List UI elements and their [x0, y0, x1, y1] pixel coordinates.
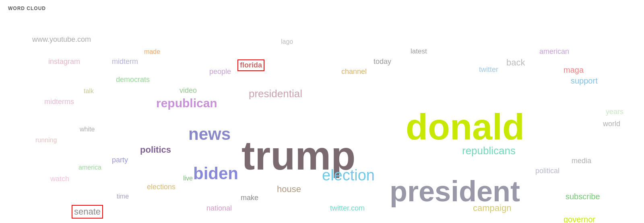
word-media[interactable]: media	[572, 157, 591, 165]
word-support[interactable]: support	[571, 76, 598, 86]
word-governor[interactable]: governor	[564, 215, 595, 223]
word-instagram[interactable]: instagram	[48, 57, 80, 66]
word-american[interactable]: american	[539, 47, 569, 56]
word-lago[interactable]: lago	[281, 38, 293, 45]
word-midterm[interactable]: midterm	[112, 57, 138, 66]
word-republican[interactable]: republican	[156, 96, 217, 110]
word-world[interactable]: world	[603, 120, 620, 128]
word-years[interactable]: years	[606, 108, 623, 116]
word-party[interactable]: party	[112, 156, 128, 164]
word-talk[interactable]: talk	[84, 88, 94, 95]
word-latest[interactable]: latest	[411, 47, 427, 55]
word-channel[interactable]: channel	[341, 68, 367, 76]
word-national[interactable]: national	[206, 204, 232, 213]
word-presidential[interactable]: presidential	[249, 88, 302, 100]
word-running[interactable]: running	[35, 137, 57, 144]
word-democrats[interactable]: democrats	[116, 76, 150, 84]
word-back[interactable]: back	[506, 57, 525, 68]
word-www-youtube-com[interactable]: www.youtube.com	[32, 35, 91, 44]
word-election[interactable]: election	[322, 167, 375, 184]
word-campaign[interactable]: campaign	[473, 203, 511, 213]
word-watch[interactable]: watch	[50, 175, 69, 183]
word-video[interactable]: video	[180, 86, 197, 95]
word-elections[interactable]: elections	[147, 183, 175, 191]
word-twitter[interactable]: twitter	[479, 65, 498, 74]
word-republicans[interactable]: republicans	[462, 145, 516, 157]
word-politics[interactable]: politics	[140, 145, 171, 155]
word-made[interactable]: made	[144, 48, 160, 55]
word-senate[interactable]: senate	[72, 205, 103, 219]
word-florida[interactable]: florida	[237, 59, 264, 71]
word-midterms[interactable]: midterms	[44, 98, 74, 106]
word-today[interactable]: today	[374, 57, 391, 66]
word-house[interactable]: house	[277, 184, 301, 194]
page-title: WORD CLOUD	[8, 6, 46, 11]
word-white[interactable]: white	[80, 126, 95, 133]
word-political[interactable]: political	[535, 167, 559, 175]
word-people[interactable]: people	[209, 68, 231, 76]
word-biden[interactable]: biden	[193, 164, 238, 183]
word-maga[interactable]: maga	[564, 65, 584, 75]
word-make[interactable]: make	[241, 194, 258, 202]
word-subscribe[interactable]: subscribe	[566, 192, 600, 201]
word-america[interactable]: america	[78, 164, 101, 171]
word-news[interactable]: news	[188, 125, 231, 144]
word-time[interactable]: time	[117, 193, 129, 200]
word-twitter-com[interactable]: twitter.com	[330, 204, 365, 213]
word-live[interactable]: live	[183, 175, 193, 182]
word-donald[interactable]: donald	[406, 106, 524, 148]
